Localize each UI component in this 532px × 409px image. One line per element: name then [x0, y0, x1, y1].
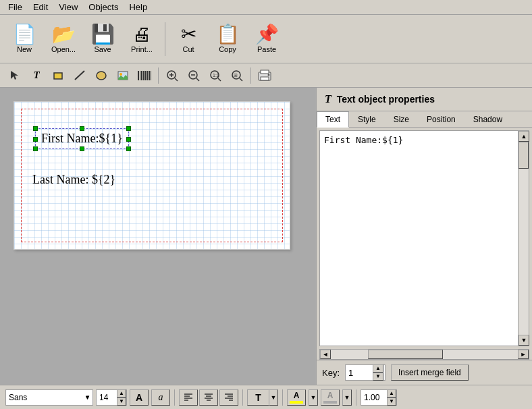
- barcode-tool[interactable]: [135, 66, 154, 85]
- handle-tr[interactable]: [126, 126, 131, 131]
- props-tabs: Text Style Size Position Shadow: [317, 111, 532, 128]
- fmt-separator-4: [356, 389, 356, 406]
- scroll-left-button[interactable]: ◄: [320, 350, 331, 359]
- stroke-color-button[interactable]: A: [321, 389, 340, 406]
- image-tool[interactable]: [113, 66, 132, 85]
- properties-panel: T Text object properties Text Style Size…: [316, 88, 532, 385]
- text-object-2[interactable]: Last Name: ${2}: [28, 170, 119, 190]
- menu-view[interactable]: View: [53, 1, 83, 13]
- line-spacing-input[interactable]: [361, 391, 387, 404]
- line-tool[interactable]: [70, 66, 89, 85]
- font-size-increment[interactable]: ▲: [117, 389, 126, 398]
- handle-rm[interactable]: [126, 137, 131, 142]
- main-area: First Name:${1} Last Name: ${2} T Text o…: [0, 88, 532, 385]
- save-icon: 💾: [91, 25, 115, 44]
- save-label: Save: [94, 45, 111, 53]
- font-size-decrement[interactable]: ▼: [117, 398, 126, 406]
- tab-text[interactable]: Text: [317, 111, 349, 128]
- tab-style[interactable]: Style: [349, 111, 385, 128]
- key-label: Key:: [322, 368, 340, 378]
- scroll-up-button[interactable]: ▲: [518, 131, 529, 142]
- text-style-dropdown[interactable]: ▼: [269, 389, 278, 406]
- toolbar-separator: [165, 22, 165, 56]
- menu-edit[interactable]: Edit: [28, 1, 53, 13]
- font-size-input[interactable]: [97, 391, 117, 404]
- print-preview-tool[interactable]: [255, 66, 274, 85]
- scroll-down-button[interactable]: ▼: [518, 335, 529, 346]
- open-icon: 📂: [52, 25, 76, 44]
- key-row: Key: ▲ ▼ Insert merge field: [317, 360, 532, 385]
- ellipse-tool[interactable]: [92, 66, 111, 85]
- menu-help[interactable]: Help: [124, 1, 153, 13]
- bold-button[interactable]: A: [130, 389, 149, 406]
- svg-rect-9: [143, 71, 144, 80]
- rect-tool[interactable]: [49, 66, 68, 85]
- copy-button[interactable]: 📋 Copy: [209, 18, 246, 60]
- align-center-button[interactable]: [199, 389, 218, 406]
- fill-color-button[interactable]: A: [287, 389, 306, 406]
- stroke-color-dropdown[interactable]: ▼: [342, 389, 352, 406]
- key-decrement[interactable]: ▼: [373, 373, 383, 381]
- scroll-thumb[interactable]: [518, 142, 529, 169]
- svg-rect-13: [151, 71, 151, 80]
- paste-button[interactable]: 📌 Paste: [248, 18, 286, 60]
- handle-tm[interactable]: [80, 126, 84, 131]
- line-spacing-decrement[interactable]: ▼: [387, 398, 396, 406]
- text-content-2: Last Name: ${2}: [32, 173, 115, 186]
- align-left-button[interactable]: [179, 389, 198, 406]
- svg-point-30: [268, 74, 270, 76]
- align-right-button[interactable]: [219, 389, 238, 406]
- key-increment[interactable]: ▲: [373, 364, 383, 373]
- scroll-right-button[interactable]: ►: [518, 350, 529, 359]
- text-editor[interactable]: First Name:${1}: [320, 131, 518, 346]
- scroll-track[interactable]: [518, 142, 529, 335]
- horizontal-scrollbar[interactable]: ◄ ►: [319, 349, 529, 360]
- open-label: Open...: [51, 45, 76, 53]
- print-button[interactable]: 🖨 Print...: [123, 18, 161, 60]
- font-size-buttons: ▲ ▼: [117, 389, 126, 406]
- h-scroll-track[interactable]: [331, 350, 518, 359]
- text-object-1[interactable]: First Name:${1}: [35, 128, 129, 149]
- tab-size[interactable]: Size: [385, 111, 418, 128]
- align-group: [179, 389, 238, 406]
- text-tool[interactable]: T: [27, 66, 46, 85]
- fill-color-icon: A: [294, 391, 300, 400]
- select-tool[interactable]: [5, 66, 24, 85]
- fill-color-dropdown[interactable]: ▼: [309, 389, 318, 406]
- text-style-button[interactable]: T: [247, 389, 269, 406]
- handle-br[interactable]: [126, 146, 131, 151]
- font-selector-wrap: Sans ▼: [5, 389, 93, 406]
- new-button[interactable]: 📄 New: [5, 18, 43, 60]
- handle-tl[interactable]: [33, 126, 38, 131]
- print-label: Print...: [131, 45, 153, 53]
- line-spacing-increment[interactable]: ▲: [387, 389, 396, 398]
- svg-rect-7: [140, 71, 140, 80]
- tab-shadow[interactable]: Shadow: [464, 111, 511, 128]
- vertical-scrollbar[interactable]: ▲ ▼: [518, 131, 529, 346]
- zoom-out-tool[interactable]: [184, 66, 203, 85]
- fill-color-bar: [290, 401, 303, 404]
- save-button[interactable]: 💾 Save: [84, 18, 122, 60]
- menu-file[interactable]: File: [3, 1, 28, 13]
- zoom-fit-tool[interactable]: ⊞: [228, 66, 246, 85]
- key-spinner[interactable]: ▲ ▼: [345, 364, 385, 381]
- key-spinner-buttons: ▲ ▼: [373, 364, 383, 381]
- italic-button[interactable]: a: [151, 389, 170, 406]
- open-button[interactable]: 📂 Open...: [45, 18, 82, 60]
- svg-rect-1: [54, 73, 62, 79]
- cut-button[interactable]: ✂ Cut: [169, 18, 207, 60]
- menu-objects[interactable]: Objects: [83, 1, 124, 13]
- handle-bm[interactable]: [80, 146, 84, 151]
- key-input[interactable]: [346, 366, 373, 379]
- h-scroll-thumb[interactable]: [368, 350, 443, 359]
- handle-bl[interactable]: [33, 146, 38, 151]
- insert-merge-field-button[interactable]: Insert merge field: [391, 364, 469, 381]
- tools-separator-2: [250, 67, 251, 84]
- canvas-area[interactable]: First Name:${1} Last Name: ${2}: [0, 88, 316, 385]
- zoom-in-tool[interactable]: [163, 66, 182, 85]
- handle-lm[interactable]: [33, 137, 38, 142]
- zoom-actual-tool[interactable]: 1:1: [206, 66, 225, 85]
- tab-position[interactable]: Position: [418, 111, 464, 128]
- line-spacing-wrap: ▲ ▼: [361, 389, 397, 406]
- font-select[interactable]: Sans: [5, 389, 93, 406]
